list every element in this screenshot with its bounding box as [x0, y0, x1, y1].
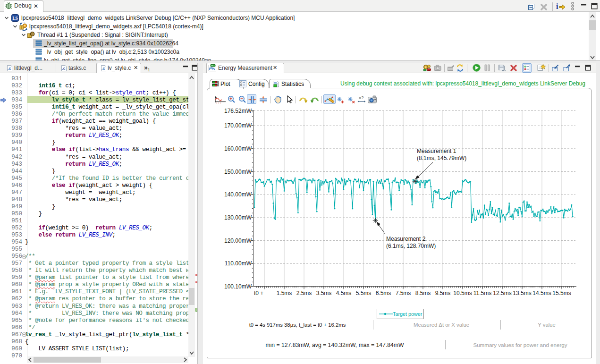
- svg-text:i: i: [556, 2, 558, 10]
- svg-text:11.5ms: 11.5ms: [473, 290, 491, 296]
- svg-text:140.00mW: 140.00mW: [224, 191, 252, 198]
- svg-text:(8.1ms, 145.79mW): (8.1ms, 145.79mW): [417, 155, 466, 161]
- svg-text:170.00mW: 170.00mW: [224, 122, 252, 129]
- svg-text:3.5ms: 3.5ms: [316, 290, 332, 296]
- svg-text:Measurement 2: Measurement 2: [386, 236, 426, 242]
- svg-text:.c: .c: [62, 66, 66, 71]
- svg-text:4.5ms: 4.5ms: [336, 290, 352, 296]
- svg-text:110.00mW: 110.00mW: [225, 260, 252, 267]
- svg-text:13.5ms: 13.5ms: [513, 290, 531, 296]
- svg-text:8.5ms: 8.5ms: [415, 290, 431, 296]
- svg-text:120.00mW: 120.00mW: [224, 237, 252, 244]
- svg-text:14.5ms: 14.5ms: [532, 290, 551, 296]
- svg-text:LS: LS: [12, 16, 18, 21]
- svg-text:1.5ms: 1.5ms: [277, 290, 292, 296]
- svg-text:(6.1ms, 128.70mW): (6.1ms, 128.70mW): [386, 243, 436, 249]
- svg-text:.c: .c: [101, 66, 105, 71]
- svg-text:176.52mW: 176.52mW: [224, 108, 252, 114]
- svg-text:100.10mW: 100.10mW: [224, 283, 252, 290]
- svg-text:6.5ms: 6.5ms: [376, 290, 391, 296]
- svg-text:t0 +: t0 +: [254, 290, 263, 296]
- svg-text:5.5ms: 5.5ms: [356, 290, 372, 296]
- svg-text:.c: .c: [8, 66, 11, 71]
- svg-text:150.00mW: 150.00mW: [224, 169, 252, 175]
- svg-text:160.00mW: 160.00mW: [224, 145, 252, 152]
- svg-text:130.00mW: 130.00mW: [224, 214, 252, 221]
- svg-text:12.5ms: 12.5ms: [493, 290, 511, 296]
- svg-text:10.5ms: 10.5ms: [453, 290, 472, 296]
- svg-text:2.5ms: 2.5ms: [296, 290, 312, 296]
- svg-text:9.5ms: 9.5ms: [435, 290, 451, 296]
- svg-text:15.5ms: 15.5ms: [552, 290, 571, 296]
- svg-text:Measurement 1: Measurement 1: [417, 148, 456, 154]
- svg-text:7.5ms: 7.5ms: [396, 290, 411, 296]
